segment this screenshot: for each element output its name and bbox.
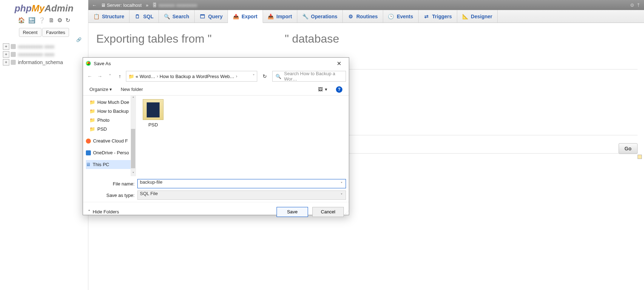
settings-icon[interactable]: ⚙ xyxy=(57,17,62,23)
sidebar-tab-recent[interactable]: Recent xyxy=(19,28,42,37)
breadcrumb-server-value[interactable]: localhost xyxy=(123,3,142,8)
designer-icon: 📐 xyxy=(462,14,468,19)
db-name: xxxxxxxxxx xxxx xyxy=(18,52,54,57)
phpmyadmin-logo[interactable]: phpMyAdmin xyxy=(0,0,88,15)
collapse-icon[interactable]: ⤒ xyxy=(636,3,640,8)
home-icon[interactable]: 🏠 xyxy=(18,17,25,23)
tab-operations[interactable]: 🔧Operations xyxy=(297,10,343,23)
sql-icon: 🗒 xyxy=(135,14,140,19)
tab-import[interactable]: 📥Import xyxy=(263,10,298,23)
tab-search[interactable]: 🔍Search xyxy=(159,10,195,23)
save-type-select[interactable]: SQL File ˅ xyxy=(137,190,346,200)
scroll-up-icon[interactable]: ˄ xyxy=(132,96,134,101)
expand-icon[interactable]: + xyxy=(3,51,9,58)
chevron-right-icon: › xyxy=(236,74,237,79)
tab-export[interactable]: 📤Export xyxy=(228,10,263,23)
triggers-icon: ⇄ xyxy=(424,14,429,19)
reload-icon[interactable]: ↻ xyxy=(65,17,70,23)
scrollbar[interactable]: ˄ ˅ xyxy=(131,96,136,176)
scroll-down-icon[interactable]: ˅ xyxy=(132,171,134,176)
database-icon xyxy=(11,52,16,57)
forward-button[interactable]: → xyxy=(96,73,104,79)
chevron-down-icon[interactable]: ˅ xyxy=(253,74,255,79)
tab-query[interactable]: 🗔Query xyxy=(195,10,228,23)
tree-item-creative-cloud[interactable]: Creative Cloud F xyxy=(86,136,136,145)
refresh-button[interactable]: ↻ xyxy=(259,71,270,82)
cancel-button[interactable]: Cancel xyxy=(312,207,344,217)
sql-icon[interactable]: 🗎 xyxy=(49,17,54,23)
recent-dropdown[interactable]: ˅ xyxy=(106,73,114,79)
view-menu[interactable]: 🖼 ▾ xyxy=(318,87,327,92)
save-type-label: Save as type: xyxy=(104,193,137,198)
docs-icon[interactable]: ❔ xyxy=(38,17,45,23)
tab-designer[interactable]: 📐Designer xyxy=(457,10,498,23)
link-icon[interactable]: 🔗 xyxy=(76,37,82,42)
save-button[interactable]: Save xyxy=(277,207,308,217)
folder-icon: 📁 xyxy=(89,100,95,105)
folder-thumbnail: PsPSD xyxy=(143,99,164,120)
tab-routines[interactable]: ⚙Routines xyxy=(343,10,383,23)
path-breadcrumb[interactable]: 📁 « Word… › How to Backup a WordPress We… xyxy=(126,71,257,82)
creative-cloud-icon xyxy=(86,139,91,144)
dialog-folder-tree: 📁How Much Doe 📁How to Backup 📁Photo 📁PSD… xyxy=(83,96,136,176)
tree-item[interactable]: 📁Photo xyxy=(89,116,136,125)
db-tree: + xxxxxxxxxx xxxx + xxxxxxxxxx xxxx + in… xyxy=(0,40,88,66)
chevron-down-icon[interactable]: ˅ xyxy=(341,182,343,186)
db-tree-item[interactable]: + xxxxxxxxxx xxxx xyxy=(3,50,86,58)
tree-item[interactable]: 📁How Much Doe xyxy=(89,98,136,107)
sidebar-tab-favorites[interactable]: Favorites xyxy=(42,28,69,37)
dialog-titlebar: Save As ✕ xyxy=(83,58,349,69)
tree-item[interactable]: 📁How to Backup xyxy=(89,107,136,116)
tree-item-this-pc[interactable]: 🖥This PC xyxy=(86,160,136,169)
db-tree-item[interactable]: + xxxxxxxxxx xxxx xyxy=(3,43,86,50)
query-icon: 🗔 xyxy=(200,14,205,19)
operations-icon: 🔧 xyxy=(302,14,308,19)
expand-icon[interactable]: + xyxy=(3,43,9,50)
help-button[interactable]: ? xyxy=(336,86,342,93)
tab-events[interactable]: 🕒Events xyxy=(383,10,419,23)
new-folder-button[interactable]: New folder xyxy=(121,87,143,92)
server-icon: 🖥 xyxy=(101,3,106,8)
back-button[interactable]: ← xyxy=(86,73,94,79)
filename-input[interactable]: backup-file ˅ xyxy=(137,179,346,188)
close-button[interactable]: ✕ xyxy=(332,58,346,69)
db-tree-item[interactable]: + information_schema xyxy=(3,58,86,66)
tab-structure[interactable]: 📋Structure xyxy=(88,10,130,23)
logout-icon[interactable]: 🔚 xyxy=(28,17,35,23)
dialog-title: Save As xyxy=(94,61,111,66)
chrome-icon xyxy=(86,61,91,66)
crumb-segment[interactable]: How to Backup a WordPress Web… xyxy=(160,74,234,79)
file-item[interactable]: PsPSD PSD xyxy=(141,99,165,127)
tab-sql[interactable]: 🗒SQL xyxy=(130,10,159,23)
search-input[interactable]: 🔍 Search How to Backup a Wor… xyxy=(272,71,346,82)
chevron-up-icon: ˄ xyxy=(88,209,91,214)
file-list[interactable]: PsPSD PSD xyxy=(136,96,349,176)
hide-folders-toggle[interactable]: ˄ Hide Folders xyxy=(88,209,119,214)
routines-icon: ⚙ xyxy=(348,14,353,19)
gear-icon[interactable]: ⚙ xyxy=(630,3,634,8)
toggle-panel-icon[interactable]: ← xyxy=(92,3,97,8)
tree-item[interactable]: 📁PSD xyxy=(89,125,136,134)
chevron-down-icon[interactable]: ˅ xyxy=(341,193,343,198)
search-icon: 🔍 xyxy=(275,74,281,79)
crumb-overflow[interactable]: « xyxy=(136,74,138,79)
scroll-thumb[interactable] xyxy=(131,129,135,168)
export-icon: 📤 xyxy=(233,14,239,19)
resize-grip-icon[interactable]: ⋰ xyxy=(345,210,348,214)
sidebar-quick-icons: 🏠 🔚 ❔ 🗎 ⚙ ↻ xyxy=(0,15,88,26)
dialog-nav: ← → ˅ ↑ 📁 « Word… › How to Backup a Word… xyxy=(83,69,349,83)
tab-triggers[interactable]: ⇄Triggers xyxy=(419,10,457,23)
this-pc-icon: 🖥 xyxy=(86,162,91,167)
expand-icon[interactable]: + xyxy=(3,59,9,66)
organize-menu[interactable]: Organize ▾ xyxy=(89,87,112,92)
breadcrumb-db-name[interactable]: xxxxxxx xxxxxxxxx xyxy=(158,3,197,8)
up-button[interactable]: ↑ xyxy=(116,73,124,79)
bookmark-icon[interactable] xyxy=(638,155,642,159)
chevron-right-icon: › xyxy=(157,74,158,79)
go-button[interactable]: Go xyxy=(619,143,638,154)
tree-item-onedrive[interactable]: OneDrive - Perso xyxy=(86,148,136,157)
crumb-segment[interactable]: Word… xyxy=(140,74,155,79)
db-name: information_schema xyxy=(18,59,63,65)
search-placeholder: Search How to Backup a Wor… xyxy=(284,71,343,82)
events-icon: 🕒 xyxy=(388,14,394,19)
